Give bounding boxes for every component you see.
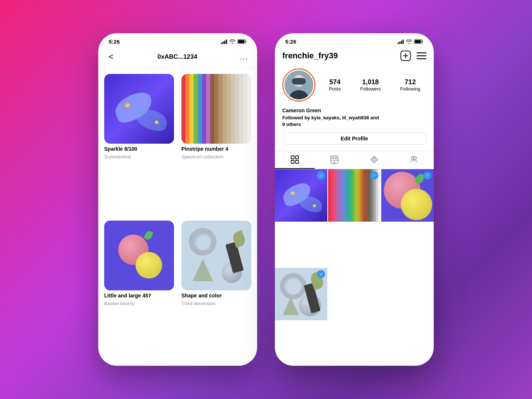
followed-others: and [371,115,379,120]
add-content-button[interactable] [400,51,411,61]
nft-title-sparkle: Sparkle 8/100 [104,146,174,152]
followed-others-count: 9 others [282,122,301,127]
status-bar-2: 5:26 [275,33,434,48]
nft-subtitle-little-large: Basket bounty [104,301,174,306]
post-cell-3[interactable]: ✓ [381,169,434,222]
signal-icon [221,40,227,44]
svg-point-28 [332,157,334,159]
svg-rect-11 [415,40,421,43]
nft-subtitle-sparkle: Summertime [104,154,174,160]
svg-rect-8 [401,41,402,44]
nft-subtitle-pinstripe: Spectrum collection [181,154,251,160]
nft-image-little-large [104,221,174,290]
nft-item-shape-color[interactable]: Shape and color Third dimension [181,221,251,360]
svg-rect-9 [403,40,404,44]
svg-rect-2 [224,41,225,44]
svg-rect-22 [292,78,306,85]
post-fluid-dot2 [313,204,316,207]
nft-title-pinstripe: Pinstripe number 4 [181,146,251,152]
tagged-icon [370,156,378,164]
nft-gallery-grid: Sparkle 8/100 Summertime [98,68,257,366]
post-circle-yellow [401,189,432,220]
stat-posts[interactable]: 574 Posts [329,78,341,92]
followed-by-text: Followed by kyia_kayaks, lil_wyatt838 an… [282,115,426,128]
tab-collab[interactable] [394,151,434,169]
nft-image-pinstripe [181,74,251,144]
reels-icon [330,156,338,164]
post-fluid-blob2 [297,195,323,213]
profile-tab-bar [275,151,434,169]
grid-icon [291,156,299,164]
svg-rect-3 [226,40,227,44]
followed-by-label: Followed by [282,115,310,120]
wifi-icon-2 [406,40,412,44]
collab-icon [410,156,418,164]
avatar-wrapper [282,68,316,102]
battery-icon-2 [414,39,423,44]
svg-marker-31 [334,161,335,163]
svg-point-32 [373,158,375,161]
post-cell-4[interactable]: ✓ [275,268,327,320]
nft-image-shape-color [181,221,251,290]
leaf-decoration [144,230,153,241]
fluid-dot1 [125,103,130,108]
badge-check-1: ✓ [320,173,323,178]
svg-rect-0 [221,42,222,44]
status-bar-1: 5:26 [98,33,257,48]
posts-count: 574 [329,78,340,86]
edit-profile-button[interactable]: Edit Profile [282,132,426,145]
profile-header: frenchie_fry39 [275,48,434,65]
more-options-button[interactable]: ... [240,53,248,61]
nft-subtitle-shape-color: Third dimension [181,301,251,306]
following-label: Following [400,86,420,92]
svg-rect-1 [223,41,224,44]
header-action-buttons [400,51,426,61]
time-1: 5:26 [109,38,120,45]
svg-rect-23 [291,156,294,159]
circle-large-yellow [136,252,162,279]
svg-point-29 [335,157,337,159]
avatar-ring [282,68,316,102]
menu-icon [417,52,426,59]
post-cell-1[interactable]: ✓ [275,169,327,222]
tab-tagged[interactable] [354,151,394,169]
art-stripe-1 [181,74,251,144]
back-button[interactable]: < [107,51,115,63]
tab-grid[interactable] [275,151,315,169]
add-square-icon [400,51,411,61]
nft-image-sparkle [104,74,174,144]
art-circles-1 [104,221,174,290]
stat-followers[interactable]: 1,018 Followers [360,78,381,92]
avatar-person [284,71,313,99]
battery-icon [238,39,247,44]
nft-title-shape-color: Shape and color [181,293,251,299]
nft-item-pinstripe[interactable]: Pinstripe number 4 Spectrum collection [181,74,251,213]
art-3d-1 [181,221,251,290]
profile-bio: Cameron Green Followed by kyia_kayaks, l… [275,108,434,132]
badge-check-2: ✓ [373,173,376,178]
time-2: 5:26 [285,38,296,45]
tab-reels[interactable] [315,151,355,169]
svg-rect-5 [238,40,245,43]
hamburger-menu-button[interactable] [417,52,426,59]
stat-following[interactable]: 712 Following [400,78,420,92]
post-3d-ring [280,273,306,299]
nft-item-little-large[interactable]: Little and large 457 Basket bounty [104,221,174,360]
followers-label: Followers [360,86,381,92]
status-icons-2 [398,39,423,44]
svg-rect-26 [296,160,299,163]
post-cell-2[interactable]: ✓ [328,169,381,222]
phone1: 5:26 < 0xABC...1234 ... [98,33,257,366]
svg-rect-25 [291,160,294,163]
stats-row: 574 Posts 1,018 Followers 712 Following [323,78,426,92]
following-count: 712 [405,78,416,86]
nft-item-sparkle[interactable]: Sparkle 8/100 Summertime [104,74,174,213]
fluid-blob2 [134,108,168,132]
profile-username: frenchie_fry39 [282,51,338,61]
3d-cone [192,259,213,281]
wallet-address: 0xABC...1234 [157,53,197,61]
posts-grid: ✓ [275,169,434,366]
profile-info-row: 574 Posts 1,018 Followers 712 Following [275,65,434,108]
nft-title-little-large: Little and large 457 [104,293,174,299]
svg-rect-7 [399,41,400,44]
